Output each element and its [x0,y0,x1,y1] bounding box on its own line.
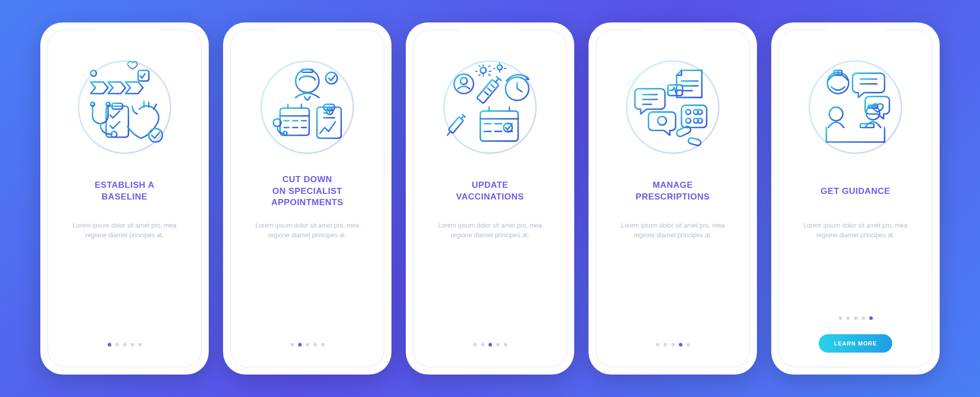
learn-more-button[interactable]: LEARN MORE [819,334,892,353]
onboarding-stage: ESTABLISH A BASELINELorem ipsum dolor si… [10,22,970,375]
pagination-dot[interactable] [504,343,507,346]
specialist-icon [259,59,356,156]
pagination-dot[interactable] [488,343,492,346]
pagination-dots [413,343,567,346]
slide-description: Lorem ipsum dolor sit amet pro, mea regi… [249,221,366,241]
pagination-dot[interactable] [131,343,134,346]
pagination-dot[interactable] [298,343,302,346]
pagination-dot[interactable] [306,343,309,346]
pagination-dots [48,343,201,346]
pagination-dots [596,343,749,346]
pagination-dot[interactable] [290,343,294,346]
slide-title: UPDATE VACCINATIONS [456,173,524,210]
phone-mockup-2: CUT DOWN ON SPECIALIST APPOINTMENTSLorem… [223,22,391,375]
phone-screen: UPDATE VACCINATIONSLorem ipsum dolor sit… [413,30,567,367]
pagination-dot[interactable] [313,343,317,346]
pagination-dots [779,316,932,320]
pagination-dot[interactable] [839,316,842,320]
vaccinations-icon [442,59,538,156]
pagination-dot[interactable] [671,343,675,346]
phone-screen: ESTABLISH A BASELINELorem ipsum dolor si… [47,30,202,367]
slide-description: Lorem ipsum dolor sit amet pro, mea regi… [66,221,183,241]
pagination-dot[interactable] [496,343,500,346]
guidance-icon [807,59,904,156]
phone-mockup-3: UPDATE VACCINATIONSLorem ipsum dolor sit… [406,22,574,375]
slide-title: ESTABLISH A BASELINE [95,173,155,210]
baseline-icon [76,59,173,156]
pagination-dot[interactable] [473,343,477,346]
pagination-dot[interactable] [115,343,119,346]
pagination-dot[interactable] [862,316,865,320]
phone-screen: CUT DOWN ON SPECIALIST APPOINTMENTSLorem… [230,30,384,367]
pagination-dot[interactable] [664,343,667,346]
phone-mockup-4: MANAGE PRESCRIPTIONSLorem ipsum dolor si… [589,22,757,375]
pagination-dot[interactable] [846,316,850,320]
pagination-dot[interactable] [123,343,127,346]
pagination-dot[interactable] [687,343,690,346]
prescriptions-icon [624,59,721,156]
pagination-dot[interactable] [138,343,142,346]
pagination-dot[interactable] [481,343,484,346]
pagination-dot[interactable] [321,343,325,346]
pagination-dot[interactable] [108,343,111,346]
slide-title: MANAGE PRESCRIPTIONS [635,173,709,210]
pagination-dot[interactable] [656,343,659,346]
phone-mockup-1: ESTABLISH A BASELINELorem ipsum dolor si… [40,22,209,375]
pagination-dot[interactable] [679,343,682,346]
phone-screen: MANAGE PRESCRIPTIONSLorem ipsum dolor si… [596,30,750,367]
slide-description: Lorem ipsum dolor sit amet pro, mea regi… [614,221,731,241]
slide-description: Lorem ipsum dolor sit amet pro, mea regi… [797,221,914,241]
slide-title: CUT DOWN ON SPECIALIST APPOINTMENTS [271,173,343,210]
phone-mockup-5: GET GUIDANCELorem ipsum dolor sit amet p… [771,22,940,375]
pagination-dot[interactable] [854,316,857,320]
slide-title: GET GUIDANCE [821,173,890,210]
phone-screen: GET GUIDANCELorem ipsum dolor sit amet p… [778,30,933,367]
pagination-dot[interactable] [869,316,873,320]
pagination-dots [231,343,384,346]
slide-description: Lorem ipsum dolor sit amet pro, mea regi… [431,221,549,241]
